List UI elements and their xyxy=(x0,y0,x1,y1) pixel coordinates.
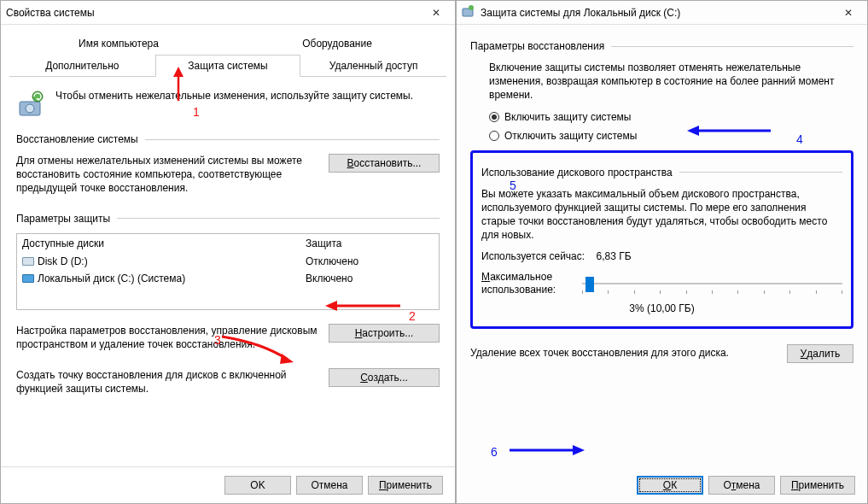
cancel-button[interactable]: Отмена xyxy=(708,476,775,495)
col-drives: Доступные диски xyxy=(22,237,306,249)
close-button[interactable]: ✕ xyxy=(835,3,862,22)
drive-settings-icon xyxy=(462,4,475,21)
dialog-content: Параметры восстановления Включение защит… xyxy=(457,25,867,474)
system-protection-icon xyxy=(16,89,47,120)
tab-remote[interactable]: Удаленный доступ xyxy=(300,55,446,77)
delete-description: Удаление всех точек восстановления для э… xyxy=(470,347,777,360)
drive-icon xyxy=(22,257,34,266)
system-protection-dialog: Защита системы для Локальный диск (C:) ✕… xyxy=(456,0,868,504)
table-row[interactable]: Disk D (D:) Отключено xyxy=(17,253,439,270)
radio-icon xyxy=(489,112,499,122)
table-row[interactable]: Локальный диск (C:) (Система) Включено xyxy=(17,270,439,287)
annotation-arrow-6 xyxy=(508,443,585,457)
tab-content: 1 Чтобы отменить нежелательные изменения… xyxy=(1,77,455,466)
cancel-button[interactable]: Отмена xyxy=(296,476,363,495)
dialog-buttons-right: ОК Отмена Применить xyxy=(457,474,867,503)
restore-description: Для отмены нежелательных изменений систе… xyxy=(16,154,318,196)
used-now-label: Используется сейчас: xyxy=(481,250,585,262)
svg-point-4 xyxy=(469,5,474,10)
configure-description: Настройка параметров восстановления, упр… xyxy=(16,324,318,351)
ok-button[interactable]: ОК xyxy=(637,476,703,495)
titlebar-left: Свойства системы ✕ xyxy=(1,1,455,25)
tab-system-protection[interactable]: Защита системы xyxy=(155,55,301,77)
drives-table[interactable]: Доступные диски Защита Disk D (D:) Отклю… xyxy=(16,233,440,310)
configure-button[interactable]: Настроить... xyxy=(329,324,440,343)
col-protection: Защита xyxy=(306,237,434,249)
usage-description: Вы можете указать максимальный объем дис… xyxy=(481,187,842,243)
max-usage-slider[interactable] xyxy=(582,277,842,290)
used-now-value: 6,83 ГБ xyxy=(596,250,631,262)
dialog-buttons-left: OK Отмена Применить xyxy=(1,466,455,503)
table-header: Доступные диски Защита xyxy=(17,234,439,253)
ok-button[interactable]: OK xyxy=(224,476,291,495)
group-disk-usage: Использование дискового пространства xyxy=(481,167,842,179)
group-recovery-params: Параметры восстановления xyxy=(470,40,853,52)
usage-percent: 3% (10,00 ГБ) xyxy=(481,302,842,314)
recovery-description: Включение защиты системы позволяет отмен… xyxy=(489,61,853,103)
window-title: Свойства системы xyxy=(6,7,422,19)
radio-icon xyxy=(489,131,499,141)
annotation-number-2: 2 xyxy=(409,309,416,323)
delete-button[interactable]: Удалить xyxy=(787,344,853,363)
tab-hardware[interactable]: Оборудование xyxy=(228,32,446,55)
system-properties-window: Свойства системы ✕ Имя компьютера Оборуд… xyxy=(0,0,456,504)
window-title: Защита системы для Локальный диск (C:) xyxy=(481,7,835,19)
radio-disable-protection[interactable]: Отключить защиту системы xyxy=(489,130,853,142)
group-protection-settings: Параметры защиты xyxy=(16,213,440,225)
restore-button[interactable]: Восстановить... xyxy=(329,154,440,173)
annotation-number-6: 6 xyxy=(491,445,498,459)
group-system-restore: Восстановление системы xyxy=(16,133,440,145)
disk-usage-section: Использование дискового пространства Вы … xyxy=(470,150,853,330)
max-usage-label: Максимальное использование: xyxy=(481,271,575,296)
radio-enable-protection[interactable]: Включить защиту системы xyxy=(489,111,853,123)
apply-button[interactable]: Применить xyxy=(368,476,443,495)
titlebar-right: Защита системы для Локальный диск (C:) ✕ xyxy=(457,1,867,25)
tab-advanced[interactable]: Дополнительно xyxy=(9,55,155,77)
drive-icon xyxy=(22,274,34,283)
create-button[interactable]: Создать... xyxy=(329,368,440,387)
hint-row: Чтобы отменить нежелательные изменения, … xyxy=(16,89,440,120)
apply-button[interactable]: Применить xyxy=(780,476,855,495)
tab-computer-name[interactable]: Имя компьютера xyxy=(9,32,228,55)
create-description: Создать точку восстановления для дисков … xyxy=(16,368,318,396)
hint-text: Чтобы отменить нежелательные изменения, … xyxy=(55,89,413,111)
svg-point-1 xyxy=(26,104,34,113)
close-button[interactable]: ✕ xyxy=(422,3,450,22)
tabs-row-1: Имя компьютера Оборудование Дополнительн… xyxy=(9,32,446,77)
